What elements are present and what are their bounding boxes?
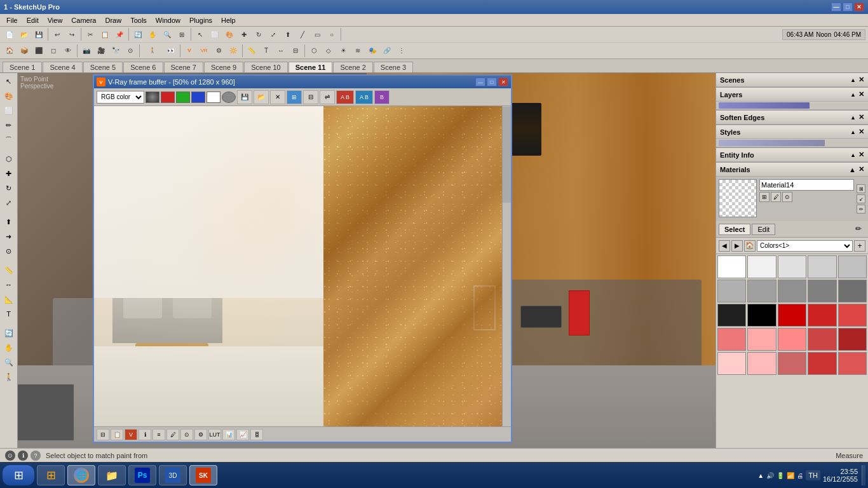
scene-tab-7[interactable]: Scene 7 xyxy=(164,62,203,72)
tb-open[interactable]: 📂 xyxy=(17,27,31,41)
viewport[interactable]: Two Point Perspective V V-Ray frame buff… xyxy=(18,73,715,448)
mat-extra-btn-1[interactable]: ⊞ xyxy=(857,184,865,193)
swatch-pink-5[interactable] xyxy=(778,352,806,375)
color-swatch-red[interactable] xyxy=(161,92,175,103)
swatch-medgray-4[interactable] xyxy=(808,280,836,302)
swatch-red-4[interactable] xyxy=(808,328,836,351)
tb-select[interactable]: ↖ xyxy=(193,27,207,41)
tool-shapes[interactable]: ⬡ xyxy=(2,152,16,166)
mat-icon-1[interactable]: ⊞ xyxy=(759,192,770,202)
tb-solid[interactable]: ⬛ xyxy=(32,44,46,58)
vray-bottom-btn-1[interactable]: ⊟ xyxy=(97,429,109,440)
swatch-darkgray-1[interactable] xyxy=(717,304,746,327)
soften-edges-close-icon[interactable]: ✕ xyxy=(858,113,864,121)
edit-tab[interactable]: Edit xyxy=(752,224,775,235)
maximize-button[interactable]: □ xyxy=(843,3,853,11)
vray-bottom-btn-10[interactable]: 📊 xyxy=(222,429,235,440)
tb-match[interactable]: 🔗 xyxy=(380,44,394,58)
menu-tools[interactable]: Tools xyxy=(126,15,151,25)
tb-copy[interactable]: 📋 xyxy=(98,27,112,41)
scene-tab-3[interactable]: Scene 3 xyxy=(374,62,413,72)
tb-walkthrough[interactable]: 🚶 xyxy=(142,44,163,58)
swatch-lightred-1[interactable] xyxy=(717,328,746,351)
swatch-white-1[interactable] xyxy=(717,255,746,278)
tool-protractor[interactable]: 📐 xyxy=(2,292,16,306)
vray-bottom-btn-7[interactable]: ⊙ xyxy=(180,429,193,440)
menu-edit[interactable]: Edit xyxy=(23,15,43,25)
tool-scale2[interactable]: ⤢ xyxy=(2,196,16,210)
vray-maximize[interactable]: □ xyxy=(487,78,497,86)
tb-orbit[interactable]: 🔄 xyxy=(131,27,145,41)
tb-cam2[interactable]: 🎥 xyxy=(94,44,108,58)
tool-orbit[interactable]: 🔄 xyxy=(2,326,16,340)
vray-save-btn[interactable]: 💾 xyxy=(237,90,252,104)
taskbar-app-browser[interactable]: 🌐 xyxy=(67,465,95,485)
scene-tab-4[interactable]: Scene 4 xyxy=(43,62,82,72)
tb-extra[interactable]: ⋮ xyxy=(395,44,409,58)
menu-draw[interactable]: Draw xyxy=(101,15,125,25)
tb-zoom-ext[interactable]: ⊞ xyxy=(175,27,189,41)
nav-back-btn[interactable]: ◀ xyxy=(719,240,730,252)
tb-vray1[interactable]: V xyxy=(182,44,196,58)
mat-icon-3[interactable]: ⊙ xyxy=(782,192,792,202)
menu-camera[interactable]: Camera xyxy=(67,15,100,25)
tool-select[interactable]: ↖ xyxy=(2,74,16,88)
vray-bottom-btn-3[interactable]: V xyxy=(125,429,137,440)
color-swatch-black[interactable] xyxy=(146,92,159,103)
tb-paste[interactable]: 📌 xyxy=(112,27,126,41)
vray-stereo-btn[interactable]: ⇌ xyxy=(320,90,335,104)
tb-vray3[interactable]: ⚙ xyxy=(212,44,226,58)
tb-scale[interactable]: ⤢ xyxy=(266,27,280,41)
tb-iso1[interactable]: ⬡ xyxy=(307,44,321,58)
swatch-lightgray-1[interactable] xyxy=(778,255,806,278)
taskbar-app-3d[interactable]: 3D xyxy=(159,465,187,485)
tool-move[interactable]: ✚ xyxy=(2,166,16,180)
tb-pushpull[interactable]: ⬆ xyxy=(281,27,295,41)
colors-add-btn[interactable]: + xyxy=(854,240,865,252)
tool-walkthrough[interactable]: 🚶 xyxy=(2,370,16,384)
tb-rect[interactable]: ▭ xyxy=(310,27,324,41)
tb-paint[interactable]: 🎨 xyxy=(222,27,236,41)
styles-header[interactable]: Styles ▲ ✕ xyxy=(716,125,868,139)
swatch-red-6[interactable] xyxy=(808,352,836,375)
swatch-pink-3[interactable] xyxy=(717,352,746,375)
color-mode-dropdown[interactable]: RGB color Alpha Luminance xyxy=(97,91,144,104)
vray-ab-btn-1[interactable]: A B xyxy=(336,90,354,104)
nav-home-btn[interactable]: 🏠 xyxy=(744,240,756,252)
colors-library-dropdown[interactable]: Colors<1> Colors Brick and Cladding Roof… xyxy=(757,240,853,252)
scenes-close-icon[interactable]: ✕ xyxy=(858,76,864,84)
entity-info-header[interactable]: Entity Info ▲ ✕ xyxy=(716,148,868,162)
menu-file[interactable]: File xyxy=(3,15,22,25)
vray-close-btn[interactable]: ✕ xyxy=(270,90,285,104)
color-swatch-grey[interactable] xyxy=(222,92,236,103)
tool-text2[interactable]: T xyxy=(2,307,16,321)
scene-tab-6[interactable]: Scene 6 xyxy=(123,62,163,72)
tb-shadow[interactable]: ☀ xyxy=(336,44,350,58)
mat-extra-btn-2[interactable]: ↙ xyxy=(857,194,865,203)
swatch-lightgray-3[interactable] xyxy=(838,255,867,278)
tb-components[interactable]: 🏠 xyxy=(3,44,17,58)
tool-tape[interactable]: 📏 xyxy=(2,263,16,277)
swatch-medgray-5[interactable] xyxy=(838,280,867,302)
tb-pan[interactable]: ✋ xyxy=(146,27,159,41)
tb-save[interactable]: 💾 xyxy=(32,27,46,41)
scene-tab-5[interactable]: Scene 5 xyxy=(83,62,123,72)
lang-indicator[interactable]: TH xyxy=(806,470,820,480)
tool-eraser[interactable]: ⬜ xyxy=(2,104,16,118)
vray-stop-btn[interactable]: ⊟ xyxy=(303,90,318,104)
soften-edges-header[interactable]: Soften Edges ▲ ✕ xyxy=(716,111,868,125)
scene-tab-9[interactable]: Scene 9 xyxy=(204,62,243,72)
tb-undo[interactable]: ↩ xyxy=(50,27,64,41)
color-swatch-green[interactable] xyxy=(176,92,190,103)
tb-circle[interactable]: ○ xyxy=(325,27,339,41)
vray-bottom-btn-8[interactable]: ⚙ xyxy=(194,429,207,440)
tb-new[interactable]: 📄 xyxy=(3,27,17,41)
tray-up-arrow[interactable]: ▲ xyxy=(757,472,764,479)
taskbar-app-photoshop[interactable]: Ps xyxy=(128,465,156,485)
vray-bottom-btn-11[interactable]: 📈 xyxy=(236,429,249,440)
swatch-red-2[interactable] xyxy=(808,304,836,327)
vray-bottom-btn-2[interactable]: 📋 xyxy=(111,429,123,440)
scene-tab-11[interactable]: Scene 11 xyxy=(288,62,333,72)
tb-iso2[interactable]: ◇ xyxy=(322,44,336,58)
vray-scrollbar[interactable] xyxy=(502,106,511,426)
